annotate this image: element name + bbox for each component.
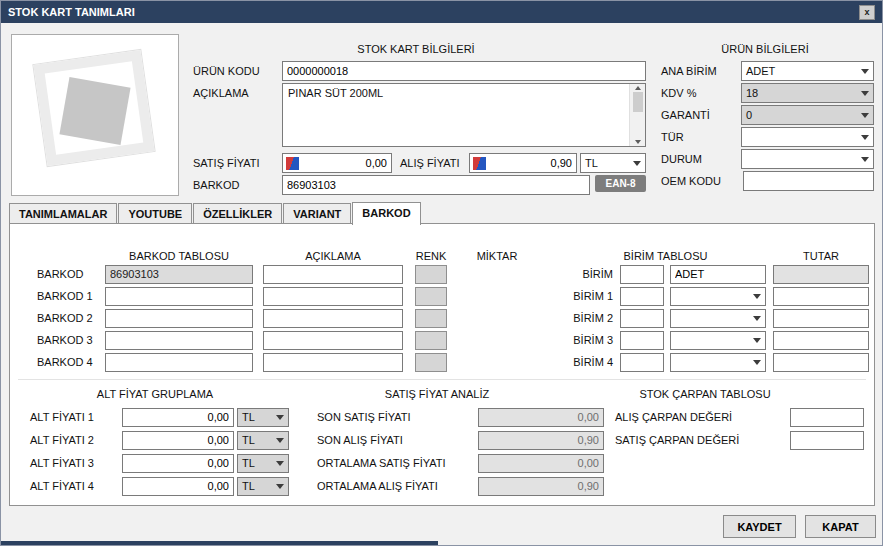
chevron-down-icon xyxy=(749,310,765,327)
birim-row-label: BİRİM 3 xyxy=(565,334,613,346)
barkod-aciklama-input[interactable] xyxy=(263,331,403,350)
tutar-input[interactable] xyxy=(773,331,869,350)
ana-birim-select[interactable]: ADET xyxy=(741,61,874,81)
alt-fiyat-input[interactable] xyxy=(122,477,234,496)
close-icon: x xyxy=(864,8,869,17)
chevron-down-icon xyxy=(749,354,765,371)
birim-unit-select[interactable] xyxy=(670,331,766,350)
product-image-box[interactable] xyxy=(11,34,179,196)
bottom-row: ALT FİYATI 2 TL SON ALIŞ FİYATI SATIŞ ÇA… xyxy=(30,430,864,450)
carpan-input[interactable] xyxy=(790,431,864,450)
vertical-scrollbar[interactable] xyxy=(629,84,645,146)
column-header-tutar: TUTAR xyxy=(773,250,869,262)
renk-swatch[interactable] xyxy=(415,331,447,350)
chevron-down-icon xyxy=(857,150,873,168)
alis-fiyati-label: ALIŞ FİYATI xyxy=(400,157,460,169)
birim-qty-input[interactable] xyxy=(620,287,664,306)
chevron-down-icon xyxy=(272,432,288,449)
scroll-down-icon[interactable] xyxy=(635,140,641,144)
section-divider xyxy=(18,379,866,380)
analysis-label: SON ALIŞ FİYATI xyxy=(317,434,475,446)
urun-kodu-input[interactable] xyxy=(282,61,646,81)
alt-fiyat-input[interactable] xyxy=(122,431,234,450)
birim-unit-input[interactable] xyxy=(670,265,766,284)
tur-select[interactable] xyxy=(741,127,874,147)
tutar-input[interactable] xyxy=(773,287,869,306)
birim-unit-select[interactable] xyxy=(670,287,766,306)
barkod-aciklama-input[interactable] xyxy=(263,309,403,328)
birim-row-label: BİRİM 4 xyxy=(565,356,613,368)
carpan-input[interactable] xyxy=(790,408,864,427)
carpan-label: SATIŞ ÇARPAN DEĞERİ xyxy=(615,434,783,446)
birim-qty-input[interactable] xyxy=(620,331,664,350)
scroll-thumb[interactable] xyxy=(633,92,643,112)
garanti-select[interactable]: 0 xyxy=(741,105,874,125)
currency-select[interactable]: TL xyxy=(580,153,646,173)
birim-qty-input[interactable] xyxy=(620,309,664,328)
alt-fiyat-currency-select[interactable]: TL xyxy=(237,477,289,496)
bottom-row: ALT FİYATI 4 TL ORTALAMA ALIŞ FİYATI xyxy=(30,476,604,496)
table-row: BARKOD 1 BİRİM 1 xyxy=(37,286,869,306)
scroll-up-icon[interactable] xyxy=(635,86,641,90)
alis-fiyati-field[interactable] xyxy=(469,153,577,173)
barkod-aciklama-input[interactable] xyxy=(263,287,403,306)
column-header-barkod-tablosu: BARKOD TABLOSU xyxy=(105,250,253,262)
alt-fiyat-currency-select[interactable]: TL xyxy=(237,408,289,427)
satis-fiyati-input[interactable] xyxy=(302,157,391,169)
renk-swatch[interactable] xyxy=(415,309,447,328)
birim-row-label: BİRİM xyxy=(565,268,613,280)
titlebar[interactable]: STOK KART TANIMLARI x xyxy=(1,1,882,23)
alt-fiyat-label: ALT FİYATI 2 xyxy=(30,434,122,446)
birim-qty-input[interactable] xyxy=(620,353,664,372)
barkod-input[interactable] xyxy=(282,175,590,195)
close-button[interactable]: x xyxy=(859,5,875,20)
alt-fiyat-input[interactable] xyxy=(122,408,234,427)
barkod-value-input[interactable] xyxy=(105,331,253,350)
tab-bar: TANIMLAMALAR YOUTUBE ÖZELLİKLER VARIANT … xyxy=(9,202,422,223)
alt-fiyat-currency-select[interactable]: TL xyxy=(237,431,289,450)
renk-swatch[interactable] xyxy=(415,265,447,284)
table-row: BARKOD 3 BİRİM 3 xyxy=(37,330,869,350)
chevron-down-icon xyxy=(857,62,873,80)
section-title-fiyat-analiz: SATIŞ FİYAT ANALİZ xyxy=(317,388,557,400)
tab-ozellikler[interactable]: ÖZELLİKLER xyxy=(193,203,282,223)
aciklama-textarea[interactable]: PINAR SÜT 200ML xyxy=(282,83,646,147)
tutar-input[interactable] xyxy=(773,353,869,372)
alt-fiyat-label: ALT FİYATI 1 xyxy=(30,411,122,423)
renk-swatch[interactable] xyxy=(415,287,447,306)
kaydet-button[interactable]: KAYDET xyxy=(723,515,796,538)
birim-unit-select[interactable] xyxy=(670,353,766,372)
section-title-alt-fiyat: ALT FİYAT GRUPLAMA xyxy=(30,388,280,400)
barkod-row-label: BARKOD xyxy=(37,268,105,280)
barkod-value-input[interactable] xyxy=(105,287,253,306)
tutar-input[interactable] xyxy=(773,309,869,328)
satis-fiyati-field[interactable] xyxy=(282,153,392,173)
alt-fiyat-currency-select[interactable]: TL xyxy=(237,454,289,473)
section-title-stock-card: STOK KART BİLGİLERİ xyxy=(186,43,646,55)
barkod-value-input[interactable] xyxy=(105,309,253,328)
section-title-urun-bilgileri: ÜRÜN BİLGİLERİ xyxy=(656,43,874,55)
tab-variant[interactable]: VARIANT xyxy=(283,203,351,223)
barkod-aciklama-input[interactable] xyxy=(263,265,403,284)
bottom-row: ALT FİYATI 1 TL SON SATIŞ FİYATI ALIŞ ÇA… xyxy=(30,407,864,427)
durum-label: DURUM xyxy=(661,153,702,165)
kapat-button[interactable]: KAPAT xyxy=(805,515,876,538)
birim-unit-select[interactable] xyxy=(670,309,766,328)
barkod-row-label: BARKOD 4 xyxy=(37,356,105,368)
section-title-carpan: STOK ÇARPAN TABLOSU xyxy=(585,388,825,400)
alis-fiyati-input[interactable] xyxy=(489,157,576,169)
kdv-select[interactable]: 18 xyxy=(741,83,874,103)
barkod-aciklama-input[interactable] xyxy=(263,353,403,372)
ean8-badge: EAN-8 xyxy=(595,175,646,192)
tab-barkod[interactable]: BARKOD xyxy=(352,202,420,225)
alt-fiyat-input[interactable] xyxy=(122,454,234,473)
oem-kodu-input[interactable] xyxy=(743,171,874,191)
barkod-value-input[interactable] xyxy=(105,353,253,372)
birim-qty-input[interactable] xyxy=(620,265,664,284)
tab-tanimlamalar[interactable]: TANIMLAMALAR xyxy=(9,203,117,223)
alt-fiyat-label: ALT FİYATI 3 xyxy=(30,457,122,469)
chevron-down-icon xyxy=(749,332,765,349)
renk-swatch[interactable] xyxy=(415,353,447,372)
tab-youtube[interactable]: YOUTUBE xyxy=(118,203,192,223)
durum-select[interactable] xyxy=(741,149,874,169)
